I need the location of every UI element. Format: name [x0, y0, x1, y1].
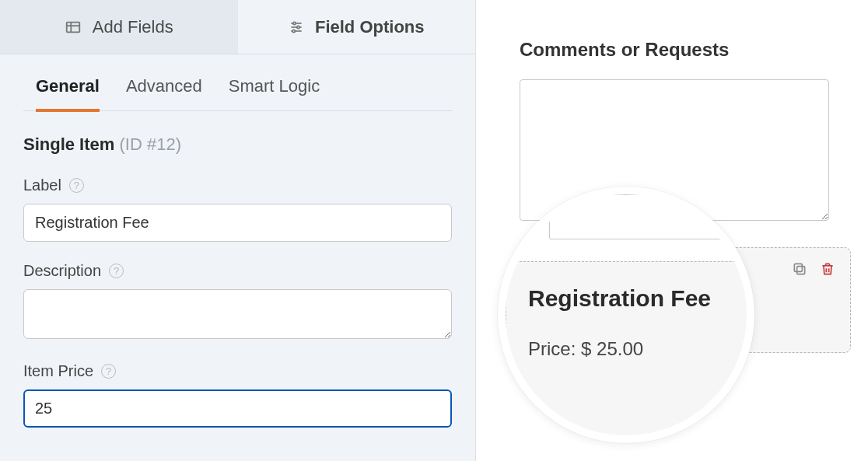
svg-point-6: [293, 22, 296, 24]
tab-field-options-label: Field Options: [315, 17, 425, 37]
svg-point-8: [292, 30, 295, 32]
trash-icon[interactable]: [819, 260, 836, 278]
description-group: Description ?: [23, 262, 452, 342]
field-type-name: Single Item: [23, 134, 114, 154]
tab-field-options[interactable]: Field Options: [238, 0, 476, 54]
settings-sidebar: Add Fields Field Options General Advance…: [0, 0, 476, 461]
svg-point-7: [297, 26, 299, 28]
duplicate-icon[interactable]: [791, 260, 808, 278]
sub-tabs: General Advanced Smart Logic: [23, 76, 452, 111]
sliders-icon: [289, 19, 304, 35]
preview-field-title: Registration Fee: [539, 265, 831, 290]
sub-tab-smart-logic[interactable]: Smart Logic: [229, 76, 320, 110]
sub-tab-general[interactable]: General: [36, 76, 100, 110]
item-price-field-label: Item Price: [23, 362, 93, 380]
grid-icon: [65, 19, 82, 36]
sub-tab-advanced[interactable]: Advanced: [126, 76, 202, 110]
field-id: (ID #12): [119, 134, 180, 154]
item-price-input[interactable]: [23, 389, 452, 428]
help-icon[interactable]: ?: [69, 178, 84, 193]
selected-field-card[interactable]: Registration Fee Price: $ 25.00: [520, 247, 851, 353]
preview-price: Price: $ 25.00: [539, 313, 831, 335]
drag-handle[interactable]: [520, 351, 534, 384]
svg-rect-9: [797, 267, 805, 274]
label-input[interactable]: [23, 204, 452, 242]
field-title: Single Item (ID #12): [23, 134, 452, 155]
description-field-label: Description: [23, 262, 101, 280]
tab-add-fields[interactable]: Add Fields: [0, 0, 238, 54]
form-preview: Comments or Requests Registration Fee Pr…: [476, 0, 868, 461]
svg-rect-10: [794, 264, 802, 271]
label-group: Label ?: [23, 176, 452, 242]
comments-field-label: Comments or Requests: [520, 39, 851, 61]
panel-body: Single Item (ID #12) Label ? Description…: [0, 111, 475, 448]
tab-add-fields-label: Add Fields: [93, 17, 173, 37]
help-icon[interactable]: ?: [109, 264, 124, 278]
help-icon[interactable]: ?: [101, 364, 116, 379]
top-tabs: Add Fields Field Options: [0, 0, 475, 54]
comments-textarea[interactable]: [520, 79, 829, 221]
item-price-group: Item Price ?: [23, 362, 452, 428]
field-actions: [791, 260, 836, 278]
svg-rect-0: [67, 22, 80, 32]
description-textarea[interactable]: [23, 289, 452, 339]
label-field-label: Label: [23, 176, 61, 194]
